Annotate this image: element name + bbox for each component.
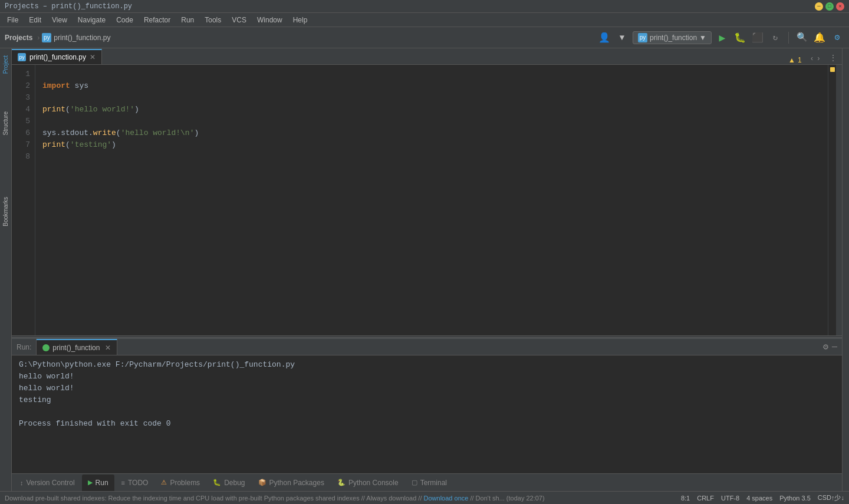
gutter-warning-marker <box>830 67 835 72</box>
status-message: Download pre-built shared indexes: Reduc… <box>5 495 674 502</box>
tool-tab-python-console[interactable]: 🐍 Python Console <box>331 475 404 491</box>
line-num-4: 4 <box>14 104 30 116</box>
bottom-collapse-icon[interactable]: — <box>832 342 837 352</box>
code-line-6: print('testing') <box>42 140 116 149</box>
console-output: G:\Python\python.exe F:/Pycharm/Projects… <box>12 355 842 473</box>
menu-tools[interactable]: Tools <box>200 15 226 25</box>
run-button[interactable]: ▶ <box>715 31 729 45</box>
tool-tab-problems[interactable]: ⚠ Problems <box>155 475 206 491</box>
minimize-button[interactable]: — <box>815 2 823 11</box>
right-gutter <box>828 65 836 335</box>
run-tab-close-icon[interactable]: ✕ <box>105 344 111 352</box>
console-line-exit: Process finished with exit code 0 <box>19 418 835 430</box>
todo-label: TODO <box>128 479 148 487</box>
line-ending: CRLF <box>697 495 714 502</box>
problems-icon: ⚠ <box>161 479 167 486</box>
account-dropdown-icon[interactable]: ▼ <box>615 31 629 45</box>
problems-label: Problems <box>170 479 200 487</box>
close-button[interactable]: ✕ <box>836 2 844 11</box>
scroll-right-icon[interactable]: › <box>815 54 822 64</box>
breadcrumb: › py print()_function.py <box>37 33 110 42</box>
code-line-1: import sys <box>42 81 88 90</box>
tab-close-icon[interactable]: ✕ <box>90 53 96 61</box>
scroll-left-icon[interactable]: ‹ <box>809 54 815 64</box>
rerun-button[interactable]: ↻ <box>768 31 782 45</box>
menu-window[interactable]: Window <box>252 15 287 25</box>
line-num-3: 3 <box>14 92 30 104</box>
main-layout: Project Structure Bookmarks py print()_f… <box>0 48 849 491</box>
stop-button[interactable]: ⬛ <box>751 31 765 45</box>
line-num-8: 8 <box>14 151 30 163</box>
line-num-7: 7 <box>14 139 30 151</box>
terminal-icon: ▢ <box>412 479 417 486</box>
menu-help[interactable]: Help <box>288 15 312 25</box>
tool-tab-run[interactable]: ▶ Run <box>82 475 114 491</box>
console-line-1: G:\Python\python.exe F:/Pycharm/Projects… <box>19 359 835 371</box>
bottom-toolbar-right: ⚙ — <box>818 341 842 353</box>
bottom-settings-icon[interactable]: ⚙ <box>823 341 828 353</box>
projects-label: Projects <box>5 34 32 42</box>
run-config-arrow: ▼ <box>699 34 706 42</box>
window-controls[interactable]: — □ ✕ <box>815 2 844 11</box>
tool-tab-debug[interactable]: 🐛 Debug <box>207 475 251 491</box>
search-button[interactable]: 🔍 <box>795 31 809 45</box>
python-console-icon: 🐍 <box>337 479 345 486</box>
python-console-label: Python Console <box>348 479 399 487</box>
run-config-selector[interactable]: py print()_function ▼ <box>633 31 712 44</box>
indent-size: 4 spaces <box>746 495 772 502</box>
settings-button[interactable]: ⚙ <box>830 31 844 45</box>
run-tab-tool-label: Run <box>96 479 108 487</box>
vertical-scrollbar[interactable] <box>836 65 842 335</box>
line-num-5: 5 <box>14 116 30 127</box>
menu-vcs[interactable]: VCS <box>227 15 251 25</box>
warning-icon: ▲ <box>788 56 795 64</box>
menu-run[interactable]: Run <box>176 15 199 25</box>
editor-tab-file[interactable]: py print()_function.py ✕ <box>12 49 102 64</box>
line-num-6: 6 <box>14 127 30 139</box>
maximize-button[interactable]: □ <box>825 2 834 11</box>
run-tab[interactable]: print()_function ✕ <box>37 339 117 355</box>
console-line-blank <box>19 406 835 418</box>
tab-options-icon[interactable]: ⋮ <box>824 52 842 64</box>
run-icon: ▶ <box>88 479 93 486</box>
editor-section: py print()_function.py ✕ ▲ 1 ‹ › ⋮ <box>12 48 842 335</box>
python-packages-icon: 📦 <box>258 479 266 486</box>
notification-button[interactable]: 🔔 <box>812 31 827 45</box>
tool-tab-todo[interactable]: ≡ TODO <box>116 475 154 491</box>
editor-tab-bar: py print()_function.py ✕ ▲ 1 ‹ › ⋮ <box>12 48 842 65</box>
menu-navigate[interactable]: Navigate <box>73 15 110 25</box>
sidebar-tab-structure[interactable]: Structure <box>1 107 11 140</box>
account-icon[interactable]: 👤 <box>597 31 611 45</box>
right-sidebar <box>842 48 849 491</box>
tool-tab-version-control[interactable]: ↕ Version Control <box>14 475 81 491</box>
run-tab-icon <box>42 344 50 351</box>
toolbar-right: 👤 ▼ py print()_function ▼ ▶ 🐛 ⬛ ↻ 🔍 🔔 ⚙ <box>597 31 844 45</box>
toolbar-separator <box>788 32 789 44</box>
download-once-link[interactable]: Download once <box>424 495 469 502</box>
python-version: Python 3.5 <box>779 495 811 502</box>
sidebar-tab-project[interactable]: Project <box>1 51 11 78</box>
debug-tab-icon: 🐛 <box>213 479 221 486</box>
code-content[interactable]: import sys print('hello world!') sys.std… <box>35 65 828 335</box>
run-tab-label: print()_function <box>52 344 100 352</box>
line-numbers: 1 2 3 4 5 6 7 8 <box>12 65 35 335</box>
center-content: py print()_function.py ✕ ▲ 1 ‹ › ⋮ <box>12 48 842 491</box>
warning-indicator: ▲ 1 <box>784 56 807 64</box>
debug-button[interactable]: 🐛 <box>733 31 747 45</box>
tool-tab-terminal[interactable]: ▢ Terminal <box>406 475 453 491</box>
cursor-position: 8:1 <box>681 495 690 502</box>
menu-file[interactable]: File <box>2 15 23 25</box>
menu-refactor[interactable]: Refactor <box>139 15 175 25</box>
menu-bar: File Edit View Navigate Code Refactor Ru… <box>0 13 849 27</box>
sidebar-tab-bookmarks[interactable]: Bookmarks <box>1 192 11 231</box>
tab-file-label: print()_function.py <box>29 53 86 61</box>
version-control-label: Version Control <box>27 479 75 487</box>
bottom-panel-header: Run: print()_function ✕ ⚙ — <box>12 339 842 355</box>
console-line-3: hello world! <box>19 383 835 394</box>
title-bar: Projects – print()_function.py — □ ✕ <box>0 0 849 13</box>
menu-edit[interactable]: Edit <box>24 15 46 25</box>
menu-view[interactable]: View <box>47 15 72 25</box>
breadcrumb-file: print()_function.py <box>54 34 110 42</box>
menu-code[interactable]: Code <box>111 15 138 25</box>
tool-tab-python-packages[interactable]: 📦 Python Packages <box>252 475 330 491</box>
